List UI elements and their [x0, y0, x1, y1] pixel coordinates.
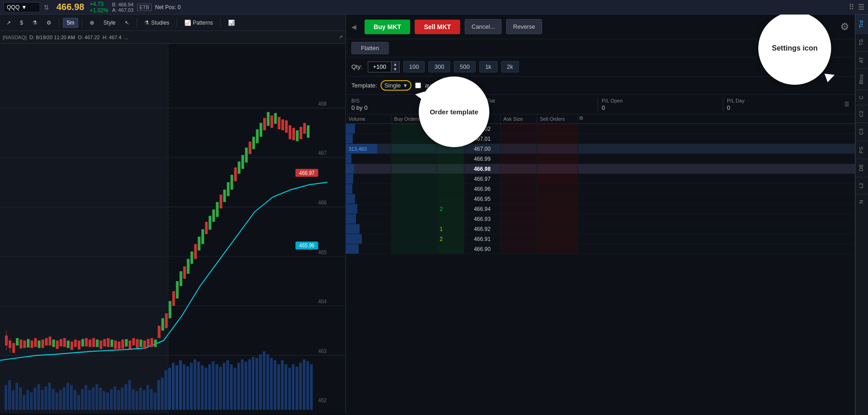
studies-button[interactable]: ⚗ Studies	[141, 18, 173, 28]
svg-rect-28	[23, 395, 25, 410]
sidebar-tab-ps[interactable]: PS	[856, 141, 868, 159]
dom-cell-size	[437, 244, 464, 254]
dom-cell-volume	[346, 204, 391, 214]
svg-rect-173	[230, 175, 233, 190]
position-menu-icon[interactable]: ☰	[844, 101, 849, 108]
sidebar-tab-l2[interactable]: L2	[856, 177, 868, 194]
gear-icon: ⚙	[46, 20, 51, 26]
qty-up-button[interactable]: ▲	[391, 62, 399, 67]
sell-mkt-button[interactable]: Sell MKT	[415, 20, 460, 34]
svg-rect-185	[274, 113, 277, 124]
reverse-button[interactable]: Reverse	[506, 19, 542, 34]
svg-rect-46	[88, 390, 91, 410]
svg-rect-66	[161, 378, 164, 410]
svg-rect-186	[278, 117, 280, 129]
auto-send-checkbox[interactable]	[415, 82, 421, 88]
qty-down-button[interactable]: ▼	[391, 67, 399, 72]
dom-row[interactable]: 467.01	[346, 134, 855, 144]
crosshair-button[interactable]: ⊕	[86, 18, 98, 28]
settings-gear-button[interactable]: ⚙ Settings icon	[840, 21, 849, 33]
style-button[interactable]: Style	[100, 18, 119, 28]
chart-svg: 468 467 466 465 464 463 462 7:30 8:00 8:…	[0, 44, 345, 413]
qty-preset-300[interactable]: 300	[428, 61, 450, 72]
dom-row[interactable]: 1 466.92	[346, 224, 855, 234]
dom-cell-ask-size	[501, 134, 537, 143]
template-select-wrapper[interactable]: Single ▼	[381, 80, 411, 91]
svg-rect-183	[267, 112, 269, 126]
dom-cell-ask-size	[501, 154, 537, 164]
dom-row[interactable]: 2 466.91	[346, 234, 855, 244]
svg-rect-169	[216, 202, 218, 217]
sidebar-tab-db[interactable]: DB	[856, 159, 868, 177]
dom-row[interactable]: 466.93	[346, 214, 855, 224]
flatten-button[interactable]: Flatten	[351, 42, 389, 54]
menu-icon[interactable]: ☰	[858, 3, 864, 11]
dom-cell-price: 466.91	[464, 234, 501, 244]
dom-row[interactable]: 466.90	[346, 244, 855, 254]
svg-rect-98	[277, 364, 280, 410]
svg-rect-65	[157, 380, 160, 410]
dom-row[interactable]: 466.97	[346, 174, 855, 184]
grid-icon[interactable]: ⠿	[849, 3, 854, 11]
sidebar-tab-n[interactable]: N	[856, 194, 868, 209]
qty-input-group[interactable]: +100 ▲ ▼	[368, 61, 400, 72]
pos-divider-2	[598, 97, 598, 111]
dom-row[interactable]: 466.99	[346, 154, 855, 164]
buy-mkt-button[interactable]: Buy MKT	[365, 20, 410, 34]
dom-cell-price: 466.95	[464, 194, 501, 204]
chart-canvas[interactable]: 468 467 466 465 464 463 462 7:30 8:00 8:…	[0, 44, 345, 413]
svg-rect-137	[103, 339, 106, 346]
svg-rect-99	[281, 360, 284, 410]
sidebar-tab-trd[interactable]: Trd	[856, 15, 868, 33]
dom-header-settings[interactable]: ⚙	[578, 114, 586, 123]
dom-header-sell-orders: Sell Orders	[537, 114, 578, 123]
template-selected-value: Single	[384, 82, 401, 89]
collapse-arrow[interactable]: ◀	[351, 23, 356, 31]
dom-table[interactable]: Volume Buy Orders Size Price Ask Size Se…	[346, 114, 855, 415]
timeframe-button[interactable]: 5m	[63, 18, 79, 28]
pl-day-header: P/L Day	[727, 98, 844, 103]
svg-rect-36	[52, 389, 55, 410]
symbol-selector[interactable]: QQQ ▼	[4, 2, 40, 12]
symbol-dropdown-icon[interactable]: ▼	[21, 4, 27, 10]
chart-date: D: 8/19/20 11:20 AM	[30, 35, 75, 40]
patterns-button[interactable]: 📈 Patterns	[181, 18, 217, 28]
svg-rect-120	[41, 339, 44, 348]
dom-row[interactable]: 466.95	[346, 194, 855, 204]
sidebar-tab-c[interactable]: C	[856, 90, 868, 105]
qty-preset-500[interactable]: 500	[454, 61, 476, 72]
dom-row[interactable]: 313,483 467.00	[346, 144, 855, 154]
svg-rect-187	[281, 119, 284, 130]
flask-button[interactable]: ⚗	[29, 18, 41, 28]
exchange-label: [NASDAQ]	[3, 35, 27, 40]
sidebar-tab-ts[interactable]: TS	[856, 33, 868, 51]
sidebar-tab-c3[interactable]: C3	[856, 123, 868, 140]
cursor-button[interactable]: ↖	[121, 18, 133, 28]
svg-rect-68	[168, 368, 171, 410]
svg-rect-133	[89, 339, 91, 347]
sidebar-tab-c2[interactable]: C2	[856, 105, 868, 123]
dom-row[interactable]: 466.96	[346, 184, 855, 194]
dom-row-current-price[interactable]: 466.98	[346, 164, 855, 174]
toolbar-separator-2	[82, 18, 82, 27]
svg-rect-105	[303, 359, 305, 410]
qty-preset-2k[interactable]: 2k	[501, 61, 519, 72]
gear-button[interactable]: ⚙	[43, 18, 55, 28]
svg-rect-116	[27, 339, 30, 347]
dom-row[interactable]: 2 466.94	[346, 204, 855, 214]
qty-preset-100[interactable]: 100	[403, 61, 425, 72]
chart-collapse-icon[interactable]: ↗	[339, 34, 343, 40]
size-value: 2	[440, 236, 443, 242]
share-button[interactable]: ↗	[3, 18, 15, 28]
svg-rect-80	[212, 361, 214, 410]
qty-preset-1k[interactable]: 1k	[479, 61, 497, 72]
size-value: 1	[440, 226, 443, 232]
svg-rect-85	[230, 364, 233, 410]
svg-rect-188	[285, 120, 288, 133]
cancel-button[interactable]: Cancel...	[465, 19, 502, 34]
sidebar-tab-at[interactable]: AT	[856, 51, 868, 68]
sidebar-tab-btns[interactable]: Btns	[856, 68, 868, 90]
dollar-button[interactable]: $	[16, 18, 27, 28]
svg-rect-106	[306, 361, 309, 410]
chart-type-button[interactable]: 📊	[224, 18, 239, 28]
